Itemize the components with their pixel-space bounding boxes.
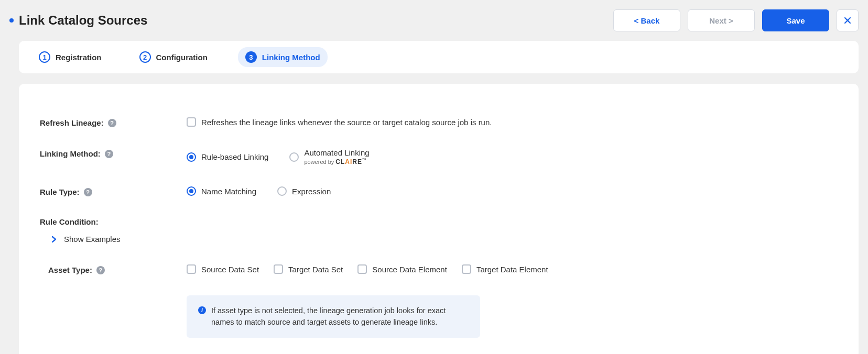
radio-icon bbox=[187, 152, 196, 162]
rule-condition-section: Rule Condition: Show Examples bbox=[40, 217, 838, 244]
option-label: Source Data Set bbox=[201, 265, 259, 274]
field-label: Refresh Lineage: ? bbox=[40, 117, 187, 127]
step-number: 2 bbox=[139, 51, 151, 63]
checkbox-icon bbox=[187, 117, 196, 127]
rule-based-linking-radio[interactable]: Rule-based Linking bbox=[187, 152, 268, 162]
field-label: Linking Method: ? bbox=[40, 148, 187, 158]
back-button[interactable]: < Back bbox=[613, 9, 680, 31]
asset-type-label: Asset Type: bbox=[48, 266, 92, 274]
show-examples-toggle[interactable]: Show Examples bbox=[40, 235, 838, 244]
field-label: Asset Type: ? bbox=[40, 264, 187, 274]
header-actions: < Back Next > Save bbox=[613, 9, 859, 31]
option-label: Source Data Element bbox=[372, 265, 447, 274]
checkbox-icon bbox=[187, 264, 196, 274]
refresh-lineage-checkbox[interactable]: Refreshes the lineage links whenever the… bbox=[187, 117, 492, 127]
radio-icon bbox=[289, 152, 299, 162]
rule-type-row: Rule Type: ? Name Matching Expression bbox=[40, 186, 838, 196]
step-label: Configuration bbox=[156, 53, 208, 62]
chevron-right-icon bbox=[50, 236, 58, 243]
linking-method-row: Linking Method: ? Rule-based Linking Aut… bbox=[40, 148, 838, 165]
refresh-lineage-desc: Refreshes the lineage links whenever the… bbox=[201, 118, 492, 127]
target-data-element-checkbox[interactable]: Target Data Element bbox=[462, 264, 548, 274]
powered-by-text: powered by bbox=[304, 159, 335, 165]
option-label: Name Matching bbox=[201, 187, 256, 196]
rule-type-label: Rule Type: bbox=[40, 187, 80, 196]
target-data-set-checkbox[interactable]: Target Data Set bbox=[274, 264, 343, 274]
name-matching-radio[interactable]: Name Matching bbox=[187, 186, 256, 196]
show-examples-label: Show Examples bbox=[64, 235, 121, 244]
asset-type-row: Asset Type: ? Source Data Set Target Dat… bbox=[40, 264, 838, 274]
step-label: Registration bbox=[56, 53, 102, 62]
expression-radio[interactable]: Expression bbox=[277, 186, 331, 196]
checkbox-icon bbox=[357, 264, 367, 274]
refresh-lineage-row: Refresh Lineage: ? Refreshes the lineage… bbox=[40, 117, 838, 127]
step-number: 1 bbox=[39, 51, 50, 63]
info-box: i If asset type is not selected, the lin… bbox=[187, 295, 480, 338]
option-stack: Automated Linking powered by CLAIRE™ bbox=[304, 148, 369, 165]
help-icon[interactable]: ? bbox=[105, 150, 113, 158]
claire-logo: CLAIRE™ bbox=[335, 158, 367, 165]
option-label: Automated Linking bbox=[304, 148, 369, 157]
option-label: Expression bbox=[292, 187, 331, 196]
rule-condition-label: Rule Condition: bbox=[40, 217, 838, 226]
title-wrap: Link Catalog Sources bbox=[9, 13, 147, 28]
help-icon[interactable]: ? bbox=[108, 119, 116, 127]
step-number: 3 bbox=[245, 51, 257, 63]
option-label: Target Data Element bbox=[476, 265, 548, 274]
step-linking-method[interactable]: 3 Linking Method bbox=[238, 47, 328, 67]
help-icon[interactable]: ? bbox=[96, 266, 105, 274]
page-header: Link Catalog Sources < Back Next > Save bbox=[9, 0, 859, 41]
next-button[interactable]: Next > bbox=[688, 9, 755, 31]
step-registration[interactable]: 1 Registration bbox=[31, 47, 109, 67]
option-sublabel: powered by CLAIRE™ bbox=[304, 158, 369, 165]
help-icon[interactable]: ? bbox=[84, 188, 92, 196]
close-button[interactable] bbox=[837, 9, 859, 31]
option-label: Target Data Set bbox=[288, 265, 343, 274]
field-label: Rule Type: ? bbox=[40, 186, 187, 196]
option-label: Rule-based Linking bbox=[201, 152, 268, 161]
checkbox-icon bbox=[462, 264, 471, 274]
save-button[interactable]: Save bbox=[762, 9, 829, 31]
wizard-steps: 1 Registration 2 Configuration 3 Linking… bbox=[19, 41, 859, 73]
source-data-set-checkbox[interactable]: Source Data Set bbox=[187, 264, 259, 274]
title-bullet-icon bbox=[9, 18, 14, 23]
checkbox-icon bbox=[274, 264, 283, 274]
info-icon: i bbox=[198, 306, 206, 314]
refresh-lineage-label: Refresh Lineage: bbox=[40, 118, 104, 127]
form-card: Refresh Lineage: ? Refreshes the lineage… bbox=[19, 84, 859, 354]
close-icon bbox=[843, 16, 852, 25]
step-configuration[interactable]: 2 Configuration bbox=[132, 47, 215, 67]
radio-icon bbox=[277, 186, 287, 196]
page-title: Link Catalog Sources bbox=[19, 13, 147, 28]
linking-method-label: Linking Method: bbox=[40, 149, 101, 158]
radio-icon bbox=[187, 186, 196, 196]
info-text: If asset type is not selected, the linea… bbox=[211, 305, 469, 328]
step-label: Linking Method bbox=[262, 53, 320, 62]
automated-linking-radio[interactable]: Automated Linking powered by CLAIRE™ bbox=[289, 148, 369, 165]
source-data-element-checkbox[interactable]: Source Data Element bbox=[357, 264, 447, 274]
